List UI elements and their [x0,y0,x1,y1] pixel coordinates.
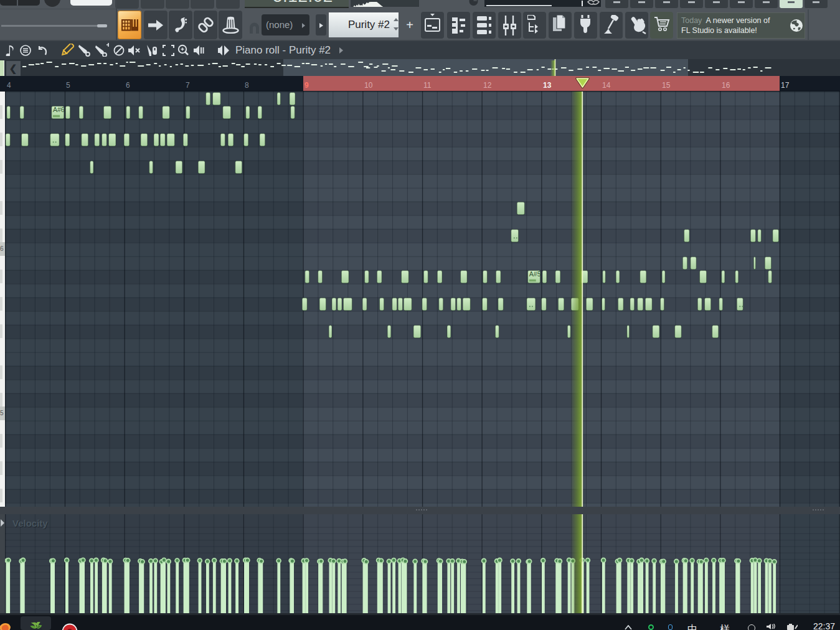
svg-text:A#6: A#6 [53,106,65,113]
svg-text:A#5: A#5 [529,270,541,278]
